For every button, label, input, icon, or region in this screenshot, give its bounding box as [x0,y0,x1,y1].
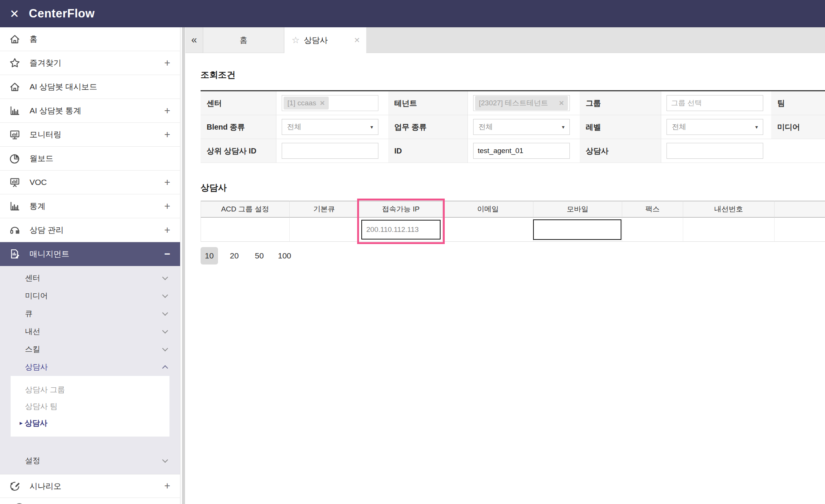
submenu-item-label: 센터 [25,273,40,283]
submenu-item-queue[interactable]: 큐 [0,305,180,322]
column-header-extension: 내선번호 [683,201,775,218]
sidebar-scrollbar[interactable] [182,27,185,504]
collapse-minus-icon[interactable]: − [164,248,170,260]
work-type-select[interactable]: 전체 ▾ [473,119,570,135]
tenant-label: 테넌트 [388,91,468,115]
expand-plus-icon[interactable]: + [164,129,170,141]
group-input[interactable] [667,95,763,111]
center-label: 센터 [201,91,276,115]
star-icon [0,57,30,69]
agent-table-title: 상담사 [201,182,825,193]
sidebar-item-stats[interactable]: 통계 + [0,194,180,218]
sidebar-item-scenario[interactable]: 시나리오 + [0,474,180,498]
subpanel-item-agent-group[interactable]: 상담사 그룹 [11,381,169,398]
caret-down-icon: ▾ [755,124,758,130]
sidebar-item-management[interactable]: 매니지먼트 − [0,242,180,266]
chevron-down-icon [162,274,168,280]
cell-allowed-ip [359,218,443,242]
id-input[interactable] [473,143,570,159]
sidebar-item-consult-mgmt[interactable]: 상담 관리 + [0,218,180,242]
tenant-input[interactable]: [23027] 테스트테넌트 ✕ [473,95,570,111]
chip-remove-icon[interactable]: ✕ [320,99,325,107]
submenu-item-extension[interactable]: 내선 [0,322,180,340]
scenario-icon [0,480,30,492]
close-icon[interactable]: ✕ [354,36,360,45]
agent-name-input[interactable] [667,143,763,159]
select-value: 전체 [287,122,301,132]
tab-bar: « 홈 ☆ 상담사 ✕ [185,27,825,53]
bar-chart-icon [0,105,30,117]
expand-plus-icon[interactable]: + [164,57,170,69]
tenant-chip: [23027] 테스트테넌트 ✕ [475,96,568,110]
tab-label: 상담사 [304,35,354,45]
sidebar-item-label: 월보드 [30,153,170,164]
monitor-icon [0,128,30,141]
page-size-selector: 10 20 50 100 [201,247,825,265]
sidebar-item-ai-dashboard[interactable]: AI 상담봇 대시보드 [0,75,180,99]
parent-agent-id-label: 상위 상담사 ID [201,139,276,163]
expand-plus-icon[interactable]: + [164,200,170,212]
submenu-item-label: 큐 [25,308,33,319]
column-header-allowed-ip: 접속가능 IP [359,201,443,218]
sidebar-item-label: 홈 [30,34,170,44]
sidebar-item-label: 매니지먼트 [30,249,164,259]
submenu-item-center[interactable]: 센터 [0,269,180,287]
subpanel-item-agent-active[interactable]: ▸ 상담사 [11,415,169,431]
pie-chart-icon [0,152,30,164]
sidebar-item-label: 상담 관리 [30,225,164,235]
parent-agent-id-input[interactable] [282,143,378,159]
expand-plus-icon[interactable]: + [164,224,170,236]
sidebar-item-voc[interactable]: VOC + [0,171,180,194]
expand-plus-icon[interactable]: + [164,105,170,117]
sidebar-item-wallboard[interactable]: 월보드 [0,147,180,171]
page-size-option-50[interactable]: 50 [251,247,268,265]
bar-chart-icon [0,200,30,212]
page-size-option-10[interactable]: 10 [201,247,218,265]
caret-down-icon: ▾ [562,124,565,130]
sidebar-item-ai-stats[interactable]: AI 상담봇 통계 + [0,99,180,123]
tab-agent[interactable]: ☆ 상담사 ✕ [284,27,366,53]
allowed-ip-input[interactable] [361,220,441,239]
close-icon[interactable]: ✕ [0,7,29,20]
subpanel-item-agent-team[interactable]: 상담사 팀 [11,398,169,415]
sidebar-item-label: AI 상담봇 통계 [30,105,164,116]
submenu-item-agent[interactable]: 상담사 [0,358,180,376]
star-icon[interactable]: ☆ [292,35,300,45]
chevron-down-icon [162,292,168,298]
sidebar-item-home[interactable]: 홈 [0,27,180,51]
submenu-item-settings[interactable]: 설정 [0,452,180,470]
sidebar-item-label: AI 상담봇 대시보드 [30,81,170,92]
level-select[interactable]: 전체 ▾ [667,119,763,135]
expand-plus-icon[interactable]: + [164,177,170,188]
mobile-input[interactable] [533,219,621,240]
column-header-fax: 팩스 [622,201,683,218]
submenu-item-label: 미디어 [25,291,48,301]
tab-home[interactable]: 홈 [203,27,284,53]
subpanel-item-label: 상담사 팀 [25,401,58,412]
home-icon [0,81,30,93]
sidebar-item-monitoring[interactable]: 모니터링 + [0,123,180,147]
center-chip: [1] ccaas ✕ [284,97,329,110]
page-size-option-100[interactable]: 100 [276,247,293,265]
submenu-item-media[interactable]: 미디어 [0,287,180,305]
expand-plus-icon[interactable]: + [164,480,170,492]
center-input[interactable]: [1] ccaas ✕ [282,95,378,111]
cell-mobile [533,218,622,242]
blend-type-select[interactable]: 전체 ▾ [282,119,378,135]
team-label: 팀 [771,91,825,115]
sidebar-collapse-button[interactable]: « [185,27,203,53]
work-type-label: 업무 종류 [388,115,468,139]
page-size-option-20[interactable]: 20 [226,247,243,265]
content: 조회조건 센터 [1] ccaas ✕ 테넌트 [23027] 테스트테넌트 ✕ [185,69,825,265]
chip-remove-icon[interactable]: ✕ [559,99,564,107]
submenu-item-skill[interactable]: 스킬 [0,340,180,358]
caret-down-icon: ▾ [370,124,373,130]
column-header-default-queue: 기본큐 [290,201,359,218]
main-area: « 홈 ☆ 상담사 ✕ 조회조건 센터 [1] ccaas ✕ 테넌트 [185,27,825,504]
agent-subpanel: 상담사 그룹 상담사 팀 ▸ 상담사 [11,376,169,437]
active-bullet-icon: ▸ [20,420,22,426]
cell-acd-group [201,218,290,242]
sidebar-item-favorites[interactable]: 즐겨찾기 + [0,51,180,75]
column-header-nickname: 별명 [775,201,825,218]
chip-label: [23027] 테스트테넌트 [479,98,548,108]
